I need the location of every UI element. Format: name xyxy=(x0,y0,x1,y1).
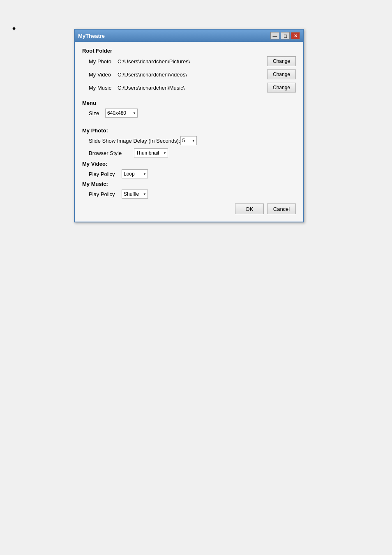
my-photo-section: My Photo: Slide Show Image Delay (In Sec… xyxy=(82,127,296,157)
slideshow-delay-select[interactable]: 5 1 2 3 4 10 15 20 xyxy=(180,136,197,145)
ok-button[interactable]: OK xyxy=(235,204,264,214)
video-policy-wrapper: Loop Once Shuffle xyxy=(122,169,148,178)
video-play-policy-label: Play Policy xyxy=(89,171,122,177)
my-photo-label: My Photo: xyxy=(82,127,296,134)
folder-row-video: My Video C:\Users\richardchen\Videos\ Ch… xyxy=(82,69,296,79)
menu-size-select-wrapper: 640x480 800x600 1024x768 xyxy=(105,109,138,118)
my-music-section: My Music: Play Policy Shuffle Loop Once xyxy=(82,181,296,199)
restore-button[interactable]: ◻ xyxy=(281,32,290,39)
menu-label: Menu xyxy=(82,100,296,106)
folder-video-label: My Video xyxy=(89,72,118,78)
change-photo-button[interactable]: Change xyxy=(267,56,296,66)
browser-style-select[interactable]: Thumbnail List Detail xyxy=(134,148,168,157)
browser-style-row: Browser Style Thumbnail List Detail xyxy=(82,148,296,157)
title-bar: MyTheatre — ◻ ✕ xyxy=(75,30,303,42)
menu-size-label: Size xyxy=(89,110,105,116)
root-folder-label: Root Folder xyxy=(82,48,296,54)
slideshow-row: Slide Show Image Delay (In Seconds): 5 1… xyxy=(82,136,296,145)
close-button[interactable]: ✕ xyxy=(291,32,300,39)
change-music-button[interactable]: Change xyxy=(267,83,296,92)
dialog-body: Root Folder My Photo C:\Users\richardche… xyxy=(75,42,303,222)
folder-photo-path: C:\Users\richardchen\Pictures\ xyxy=(118,58,267,65)
folder-row-music: My Music C:\Users\richardchen\Music\ Cha… xyxy=(82,83,296,92)
minimize-button[interactable]: — xyxy=(270,32,279,39)
bullet-icon: ♦ xyxy=(12,25,16,32)
video-policy-row: Play Policy Loop Once Shuffle xyxy=(82,169,296,178)
browser-style-label: Browser Style xyxy=(89,150,134,156)
my-video-label: My Video: xyxy=(82,161,296,167)
dialog-title: MyTheatre xyxy=(78,33,105,39)
music-policy-wrapper: Shuffle Loop Once xyxy=(122,190,148,199)
menu-size-select[interactable]: 640x480 800x600 1024x768 xyxy=(105,109,138,118)
folder-video-path: C:\Users\richardchen\Videos\ xyxy=(118,72,267,78)
my-video-section: My Video: Play Policy Loop Once Shuffle xyxy=(82,161,296,178)
music-play-policy-select[interactable]: Shuffle Loop Once xyxy=(122,190,148,199)
browser-style-wrapper: Thumbnail List Detail xyxy=(134,148,168,157)
cancel-button[interactable]: Cancel xyxy=(267,204,296,214)
slideshow-label: Slide Show Image Delay (In Seconds): xyxy=(89,138,180,144)
footer: OK Cancel xyxy=(82,204,296,216)
folder-music-path: C:\Users\richardchen\Music\ xyxy=(118,85,267,91)
music-policy-row: Play Policy Shuffle Loop Once xyxy=(82,190,296,199)
change-video-button[interactable]: Change xyxy=(267,69,296,79)
dialog: MyTheatre — ◻ ✕ Root Folder My Photo C:\… xyxy=(74,29,304,222)
menu-size-row: Size 640x480 800x600 1024x768 xyxy=(82,109,296,118)
folder-row-photo: My Photo C:\Users\richardchen\Pictures\ … xyxy=(82,56,296,66)
slideshow-delay-wrapper: 5 1 2 3 4 10 15 20 xyxy=(180,136,197,145)
video-play-policy-select[interactable]: Loop Once Shuffle xyxy=(122,169,148,178)
dialog-container: MyTheatre — ◻ ✕ Root Folder My Photo C:\… xyxy=(74,29,304,222)
music-play-policy-label: Play Policy xyxy=(89,191,122,197)
folder-music-label: My Music xyxy=(89,85,118,91)
my-music-label: My Music: xyxy=(82,181,296,187)
folder-photo-label: My Photo xyxy=(89,58,118,65)
title-bar-buttons: — ◻ ✕ xyxy=(270,32,300,39)
